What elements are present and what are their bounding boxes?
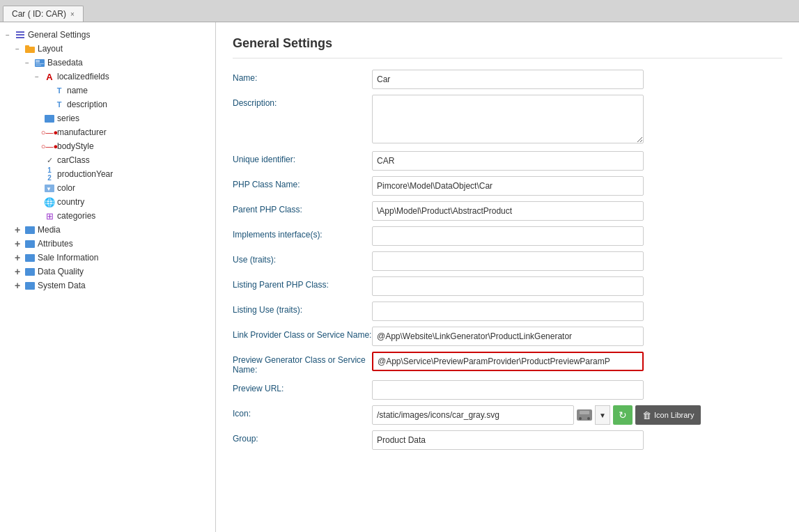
sidebar-item-manufacturer[interactable]: ○—● manufacturer (0, 125, 215, 139)
field-use-traits-wrapper (372, 251, 782, 271)
input-parent-php-class[interactable] (372, 201, 644, 221)
field-link-provider-wrapper (372, 327, 782, 346)
sidebar-item-sale-information[interactable]: + Sale Information (0, 251, 215, 265)
svg-rect-8 (36, 65, 41, 65)
field-preview-url-wrapper (372, 380, 782, 400)
field-listing-use-traits: Listing Use (traits): (233, 302, 782, 321)
select-icon-color: ▼ (44, 182, 55, 194)
layout-icon-sale (24, 252, 36, 263)
num-icon-productionyear: 12 (44, 169, 55, 180)
field-listing-parent-php-class-wrapper (372, 276, 782, 296)
sidebar-item-bodystyle[interactable]: ○—● bodyStyle (0, 139, 215, 153)
sidebar-item-description[interactable]: T description (0, 97, 215, 111)
toggle-attributes[interactable]: + (13, 239, 22, 249)
sidebar-item-name[interactable]: T name (0, 84, 215, 97)
field-implements-interface-wrapper (372, 226, 782, 246)
sidebar-item-carclass[interactable]: ✓ carClass (0, 153, 215, 167)
check-icon-carclass: ✓ (44, 155, 55, 166)
tab-bar: Car ( ID: CAR) × (0, 0, 799, 22)
field-use-traits: Use (traits): (233, 251, 782, 271)
input-group[interactable] (372, 430, 644, 450)
input-implements-interface[interactable] (372, 226, 644, 246)
sidebar-item-basedata[interactable]: − Basedata (0, 56, 215, 70)
svg-rect-13 (25, 240, 35, 248)
toggle-basedata[interactable]: − (22, 58, 32, 68)
input-link-provider[interactable] (372, 327, 644, 346)
icon-library-button[interactable]: 🗑 Icon Library (635, 405, 701, 425)
svg-rect-16 (25, 282, 35, 290)
toggle-layout[interactable]: − (13, 44, 22, 54)
sidebar-label-bodystyle: bodyStyle (57, 141, 94, 151)
localized-icon: A (44, 71, 55, 82)
input-listing-use-traits[interactable] (372, 302, 644, 321)
settings-icon (15, 29, 26, 40)
toggle-general-settings[interactable]: − (3, 30, 13, 40)
sidebar-item-system-data[interactable]: + System Data (0, 279, 215, 292)
svg-rect-2 (16, 37, 24, 38)
country-icon: 🌐 (44, 196, 55, 208)
field-icon-wrapper: ▼ ↻ 🗑 Icon Library (372, 405, 782, 425)
sidebar-item-series[interactable]: series (0, 111, 215, 125)
field-group-wrapper (372, 430, 782, 450)
field-preview-generator-wrapper (372, 352, 782, 371)
textarea-description[interactable] (372, 95, 644, 143)
label-parent-php-class: Parent PHP Class: (233, 201, 372, 214)
icon-dropdown-button[interactable]: ▼ (595, 405, 610, 425)
sidebar-item-color[interactable]: ▼ color (0, 181, 215, 195)
tab-close-icon[interactable]: × (70, 10, 75, 18)
sidebar-item-localizedfields[interactable]: − A localizedfields (0, 70, 215, 84)
input-preview-url[interactable] (372, 380, 644, 400)
input-unique-identifier[interactable] (372, 151, 644, 171)
sidebar-item-layout[interactable]: − Layout (0, 42, 215, 56)
svg-rect-7 (36, 63, 44, 64)
refresh-button[interactable]: ↻ (613, 405, 633, 425)
main-container: − General Settings − Layout − Basedata −… (0, 22, 799, 532)
layout-icon-basedata (34, 57, 45, 68)
sidebar-label-color: color (57, 183, 75, 193)
sidebar-item-country[interactable]: 🌐 country (0, 195, 215, 209)
svg-rect-4 (25, 45, 29, 48)
field-listing-parent-php-class: Listing Parent PHP Class: (233, 276, 782, 296)
label-icon: Icon: (233, 405, 372, 418)
sidebar-label-country: country (57, 197, 84, 207)
input-name[interactable] (372, 70, 644, 89)
input-preview-generator[interactable] (372, 352, 644, 371)
sidebar-item-data-quality[interactable]: + Data Quality (0, 265, 215, 279)
sidebar-item-media[interactable]: + Media (0, 223, 215, 237)
toggle-system-data[interactable]: + (13, 281, 22, 290)
sidebar-item-categories[interactable]: ⊞ categories (0, 209, 215, 223)
input-listing-parent-php-class[interactable] (372, 276, 644, 296)
toggle-sale-information[interactable]: + (13, 253, 22, 263)
label-preview-generator: Preview Generator Class or Service Name: (233, 352, 372, 375)
svg-point-19 (579, 417, 582, 420)
toggle-media[interactable]: + (13, 225, 22, 235)
layout-icon-data-quality (24, 266, 36, 277)
field-link-provider: Link Provider Class or Service Name: (233, 327, 782, 346)
input-use-traits[interactable] (372, 251, 644, 271)
car-icon-preview (577, 409, 592, 421)
sidebar-label-series: series (57, 114, 79, 123)
toggle-data-quality[interactable]: + (13, 267, 22, 276)
multisel-icon-categories: ⊞ (44, 210, 55, 221)
sidebar-label-categories: categories (57, 211, 95, 221)
sidebar-item-productionyear[interactable]: 12 productionYear (0, 167, 215, 181)
field-listing-use-traits-wrapper (372, 302, 782, 321)
input-icon-path[interactable] (372, 405, 574, 425)
svg-rect-15 (25, 268, 35, 276)
svg-rect-1 (16, 34, 24, 36)
label-implements-interface: Implements interface(s): (233, 226, 372, 240)
tab-car[interactable]: Car ( ID: CAR) × (3, 6, 84, 22)
sidebar-item-general-settings[interactable]: − General Settings (0, 28, 215, 42)
field-icon: Icon: ▼ ↻ 🗑 Icon Library (233, 405, 782, 425)
sidebar-label-general-settings: General Settings (28, 30, 90, 40)
content-area: General Settings Name: Description: Uniq… (216, 22, 799, 532)
sidebar-item-attributes[interactable]: + Attributes (0, 237, 215, 251)
label-description: Description: (233, 95, 372, 108)
field-name-input-wrapper (372, 70, 782, 89)
label-unique-identifier: Unique identifier: (233, 151, 372, 164)
sidebar-label-attributes: Attributes (38, 239, 73, 249)
label-listing-use-traits: Listing Use (traits): (233, 302, 372, 315)
sidebar-label-system-data: System Data (38, 281, 86, 290)
toggle-localizedfields[interactable]: − (32, 72, 42, 81)
input-php-class-name[interactable] (372, 176, 644, 196)
